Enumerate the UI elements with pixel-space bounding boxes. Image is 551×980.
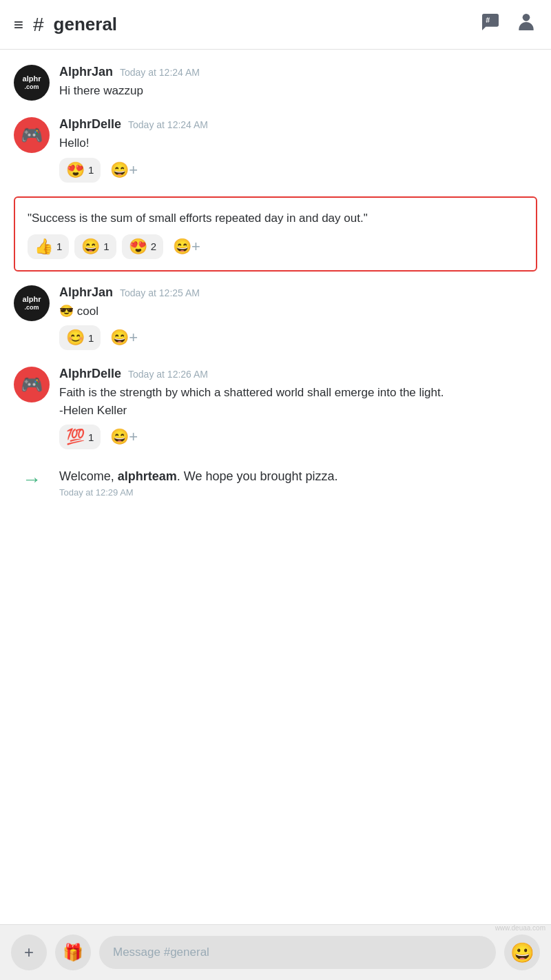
reaction-count-heart-2: 2 [151,241,156,252]
message-2: 🎮 AlphrDelle Today at 12:24 AM Hello! 😍 … [0,109,551,191]
add-reaction-btn-highlighted[interactable]: 😄+ [169,235,205,258]
username-alphrdelle-1: AlphrDelle [59,117,121,132]
system-text-after: . We hope you brought pizza. [177,469,338,483]
username-alphrdelle-2: AlphrDelle [59,367,121,381]
highlighted-reactions: 👍 1 😄 1 😍 2 😄+ [28,234,523,259]
hamburger-menu-icon[interactable]: ≡ [14,15,23,34]
header: ≡ # general # [0,0,551,50]
system-timestamp: Today at 12:29 AM [59,487,338,498]
system-message: → Welcome, alphrteam. We hope you brough… [0,458,551,507]
reaction-count-thumbsup: 1 [56,241,62,252]
message-2-body: AlphrDelle Today at 12:24 AM Hello! 😍 1 … [59,117,537,183]
reaction-count-100: 1 [88,431,94,443]
members-icon[interactable] [515,11,537,38]
emoji-heart-eyes: 😍 [66,161,85,179]
reaction-count-smiling: 1 [88,332,94,344]
system-text: Welcome, alphrteam. We hope you brought … [59,467,338,486]
emoji-heart-eyes-2: 😍 [129,238,147,256]
header-left: ≡ # general [14,14,471,36]
reactions-4: 💯 1 😄+ [59,425,537,449]
add-reaction-btn-1[interactable]: 😄+ [106,159,142,182]
avatar-alphrdelle-1: 🎮 [14,117,50,153]
watermark: www.deuaa.com [495,924,545,932]
messages-area: alphr .com AlphrJan Today at 12:24 AM Hi… [0,50,551,924]
system-message-body: Welcome, alphrteam. We hope you brought … [59,467,338,498]
reaction-heart-eyes-2[interactable]: 😍 2 [122,234,163,259]
message-1: alphr .com AlphrJan Today at 12:24 AM Hi… [0,57,551,109]
highlighted-text: "Success is the sum of small efforts rep… [28,209,523,227]
system-text-before: Welcome, [59,469,118,483]
emoji-smiling: 😊 [66,329,85,347]
emoji-icon: 😀 [510,941,534,964]
emoji-thumbsup: 👍 [34,238,53,256]
gift-icon: 🎁 [63,943,83,962]
message-4: 🎮 AlphrDelle Today at 12:26 AM Faith is … [0,358,551,458]
message-1-header: AlphrJan Today at 12:24 AM [59,65,537,79]
reaction-count-1: 1 [88,164,94,176]
reaction-heart-eyes-1[interactable]: 😍 1 [59,158,101,183]
message-4-body: AlphrDelle Today at 12:26 AM Faith is th… [59,367,537,449]
channel-name: general [54,14,118,35]
reaction-thumbsup[interactable]: 👍 1 [28,234,69,259]
timestamp-1: Today at 12:24 AM [120,67,200,78]
channel-notification-icon[interactable]: # [479,11,501,38]
timestamp-4: Today at 12:26 AM [128,369,208,380]
emoji-100: 💯 [66,428,85,446]
input-placeholder: Message #general [113,946,209,959]
message-3-header: AlphrJan Today at 12:25 AM [59,285,537,300]
plus-button[interactable]: + [11,935,47,970]
channel-hash-icon: # [33,14,44,36]
timestamp-3: Today at 12:25 AM [120,287,200,298]
system-arrow-icon: → [14,469,50,491]
timestamp-2: Today at 12:24 AM [128,119,208,130]
highlighted-message: "Success is the sum of small efforts rep… [14,196,537,272]
gift-button[interactable]: 🎁 [55,935,91,970]
add-reaction-btn-4[interactable]: 😄+ [106,425,142,449]
message-text-1: Hi there wazzup [59,82,537,100]
system-bold-text: alphrteam [118,469,177,483]
username-alphrjan-1: AlphrJan [59,65,113,79]
discord-icon: 🎮 [21,125,43,146]
message-text-4: Faith is the strength by which a shatter… [59,384,537,419]
reactions-2: 😍 1 😄+ [59,158,537,183]
message-1-body: AlphrJan Today at 12:24 AM Hi there wazz… [59,65,537,100]
message-text-3: 😎 cool [59,303,537,320]
avatar-alphrjan: alphr .com [14,65,50,101]
reaction-grin[interactable]: 😄 1 [74,234,116,259]
svg-text:#: # [486,16,490,24]
message-text-2: Hello! [59,134,537,152]
reaction-count-grin: 1 [103,241,109,252]
plus-icon: + [24,943,34,962]
reaction-smiling-3[interactable]: 😊 1 [59,325,101,350]
message-3-body: AlphrJan Today at 12:25 AM 😎 cool 😊 1 😄+ [59,285,537,351]
message-input[interactable]: Message #general [99,936,496,969]
message-2-header: AlphrDelle Today at 12:24 AM [59,117,537,132]
username-alphrjan-2: AlphrJan [59,285,113,300]
message-3: alphr .com AlphrJan Today at 12:25 AM 😎 … [0,277,551,359]
add-reaction-btn-3[interactable]: 😄+ [106,326,142,349]
emoji-button[interactable]: 😀 [504,935,540,970]
bottom-bar: + 🎁 Message #general 😀 [0,924,551,980]
header-right: # [479,11,537,38]
reactions-3: 😊 1 😄+ [59,325,537,350]
avatar-alphrdelle-2: 🎮 [14,367,50,402]
discord-icon-2: 🎮 [21,374,43,396]
reaction-100[interactable]: 💯 1 [59,425,101,449]
avatar-alphrjan-2: alphr .com [14,285,50,321]
message-4-header: AlphrDelle Today at 12:26 AM [59,367,537,381]
emoji-grin: 😄 [81,238,100,256]
svg-point-1 [523,14,530,21]
